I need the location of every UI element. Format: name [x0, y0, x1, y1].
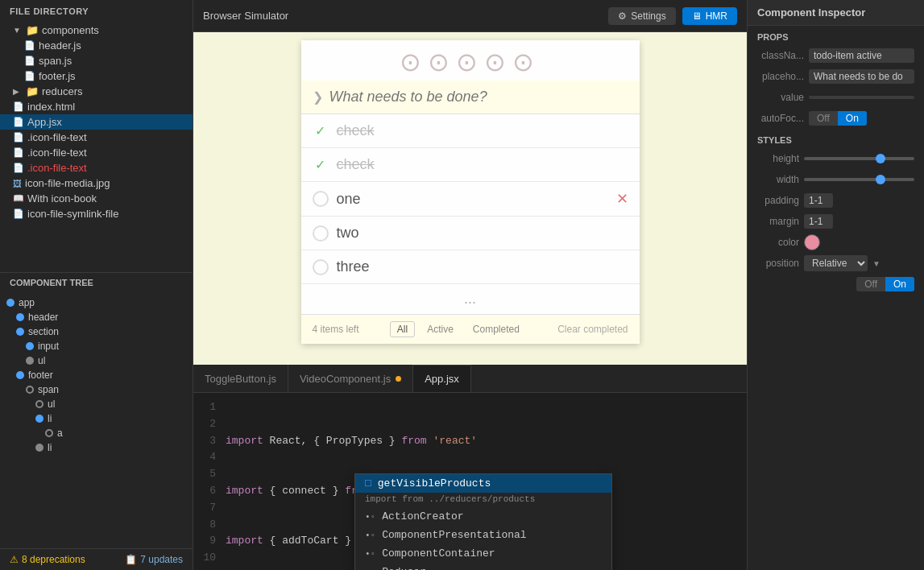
prop-value-value[interactable]: [809, 96, 914, 99]
prop-value-classname[interactable]: todo-item active: [809, 48, 914, 63]
folder-icon: 📁: [26, 85, 39, 97]
style-label-padding: padding: [757, 195, 799, 206]
tree-item-components[interactable]: ▼ 📁 components: [0, 23, 193, 38]
updates-badge[interactable]: 📋 7 updates: [125, 554, 183, 565]
toggle-on-button[interactable]: On: [838, 111, 867, 126]
tree-label: .icon-file-text: [27, 131, 87, 143]
filter-active-button[interactable]: Active: [420, 321, 461, 337]
comp-item-app[interactable]: app: [0, 295, 193, 310]
filter-completed-button[interactable]: Completed: [466, 321, 527, 337]
tree-item-footer-js[interactable]: 📄 footer.js: [0, 68, 193, 84]
comp-label: li: [48, 413, 52, 424]
autofocus-toggle: Off On: [809, 111, 867, 126]
file-icon: 📄: [13, 163, 24, 173]
comp-dot: [35, 400, 44, 408]
todo-text-done: check: [337, 122, 375, 139]
tree-label: icon-file-media.jpg: [25, 177, 110, 189]
todo-item-one: one ✕: [301, 182, 640, 217]
comp-item-ul2[interactable]: ul: [0, 397, 193, 411]
ac-item-comp-presentational[interactable]: •◦ ComponentPresentational: [355, 526, 611, 544]
circle-icon[interactable]: [313, 259, 329, 275]
width-slider[interactable]: [804, 178, 914, 181]
todo-footer-bar: 4 items left All Active Completed Clear …: [301, 314, 640, 344]
prop-row-placeholder: placeho... What needs to be do: [748, 66, 924, 87]
todo-text: one: [337, 191, 608, 208]
tree-label: App.jsx: [27, 116, 62, 128]
margin-value[interactable]: 1-1: [804, 214, 833, 229]
tree-item-icon-file-media[interactable]: 🖼 icon-file-media.jpg: [0, 176, 193, 191]
comp-item-ul[interactable]: ul: [0, 353, 193, 368]
toggle-on-btn2[interactable]: On: [885, 277, 914, 291]
file-icon: 📄: [24, 40, 35, 51]
comp-item-input[interactable]: input: [0, 339, 193, 353]
comp-item-header[interactable]: header: [0, 310, 193, 324]
tree-item-icon-file-text-red[interactable]: 📄 .icon-file-text: [0, 160, 193, 176]
comp-item-a[interactable]: a: [0, 426, 193, 440]
warning-icon: ⚠: [10, 554, 19, 565]
comp-label: header: [28, 312, 58, 323]
tab-app-jsx[interactable]: App.jsx: [413, 365, 471, 392]
file-icon: 📄: [13, 147, 24, 158]
todo-ellipsis: ...: [301, 284, 640, 314]
clear-completed-button[interactable]: Clear completed: [557, 324, 628, 335]
chevron-right-icon: ▶: [13, 87, 23, 96]
todo-input-row: ❯: [301, 81, 640, 114]
comp-label: section: [28, 326, 59, 337]
todo-text: two: [337, 225, 628, 242]
code-editor[interactable]: 12345 67891011 import React, { PropTypes…: [193, 393, 747, 570]
tree-item-icon-file-text-2[interactable]: 📄 .icon-file-text: [0, 145, 193, 160]
toggle-off-btn2[interactable]: Off: [856, 277, 885, 291]
comp-label: a: [57, 428, 63, 439]
tree-item-header-js[interactable]: 📄 header.js: [0, 38, 193, 53]
tree-item-reducers[interactable]: ▶ 📁 reducers: [0, 84, 193, 99]
tree-item-index-html[interactable]: 📄 index.html: [0, 99, 193, 114]
tree-label-red: .icon-file-text: [27, 162, 87, 174]
position-select[interactable]: Relative Absolute Fixed Static: [804, 255, 868, 271]
tree-item-app-jsx[interactable]: 📄 App.jsx: [0, 114, 193, 130]
comp-item-footer[interactable]: footer: [0, 368, 193, 382]
hmr-label: HMR: [706, 10, 727, 22]
deprecations-badge[interactable]: ⚠ 8 deprecations: [10, 554, 85, 565]
todo-item-done-1: ✓ check: [301, 114, 640, 148]
hmr-button[interactable]: 🖥 HMR: [682, 7, 737, 25]
delete-icon[interactable]: ✕: [616, 190, 628, 208]
chevron-down-icon: ▼: [872, 259, 880, 268]
file-icon: 📄: [13, 132, 24, 142]
tab-togglebutton[interactable]: ToggleButton.js: [193, 365, 288, 392]
comp-label: app: [19, 297, 35, 308]
comp-item-li[interactable]: li: [0, 411, 193, 426]
comp-item-span[interactable]: span: [0, 382, 193, 397]
filter-all-button[interactable]: All: [390, 321, 415, 337]
color-swatch[interactable]: [804, 234, 820, 250]
style-label-position: position: [757, 258, 799, 269]
expand-icon[interactable]: ❯: [313, 89, 323, 105]
circle-icon[interactable]: [313, 191, 329, 207]
circle-icon[interactable]: [313, 225, 329, 242]
prop-value-placeholder[interactable]: What needs to be do: [809, 69, 914, 84]
comp-label: ul: [48, 399, 55, 410]
ac-item-comp-container[interactable]: •◦ ComponentContainer: [355, 544, 611, 563]
ac-item-actioncreator[interactable]: •◦ ActionCreator: [355, 507, 611, 526]
padding-value[interactable]: 1-1: [804, 193, 833, 208]
tree-item-icon-file-symlink[interactable]: 📄 icon-file-symlink-file: [0, 206, 193, 221]
ac-label: ComponentContainer: [382, 547, 495, 560]
tab-videocomponent[interactable]: VideoComponent.js: [288, 365, 413, 392]
tree-label: With icon-book: [27, 192, 97, 204]
tree-item-icon-file-text-1[interactable]: 📄 .icon-file-text: [0, 130, 193, 145]
height-slider[interactable]: [804, 157, 914, 160]
todo-input[interactable]: [329, 89, 628, 105]
prop-row-value: value: [748, 87, 924, 108]
tree-item-icon-book[interactable]: 📖 With icon-book: [0, 191, 193, 206]
ac-item-reducer[interactable]: •◦ Reducer: [355, 563, 611, 570]
settings-button[interactable]: ⚙ Settings: [608, 7, 675, 25]
comp-dot: [35, 415, 44, 423]
tree-item-span-js[interactable]: 📄 span.js: [0, 53, 193, 68]
toggle-off-button[interactable]: Off: [809, 111, 838, 126]
comp-item-li2[interactable]: li: [0, 440, 193, 455]
style-row-margin: margin 1-1: [748, 211, 924, 232]
top-bar-actions: ⚙ Settings 🖥 HMR: [608, 7, 737, 25]
todo-app: ⊙⊙⊙⊙⊙ ❯ ✓ check ✓ check: [301, 40, 640, 344]
ac-item-selected[interactable]: □ getVisibleProducts: [355, 474, 611, 493]
comp-item-section[interactable]: section: [0, 324, 193, 339]
extra-toggle: Off On: [856, 277, 914, 291]
